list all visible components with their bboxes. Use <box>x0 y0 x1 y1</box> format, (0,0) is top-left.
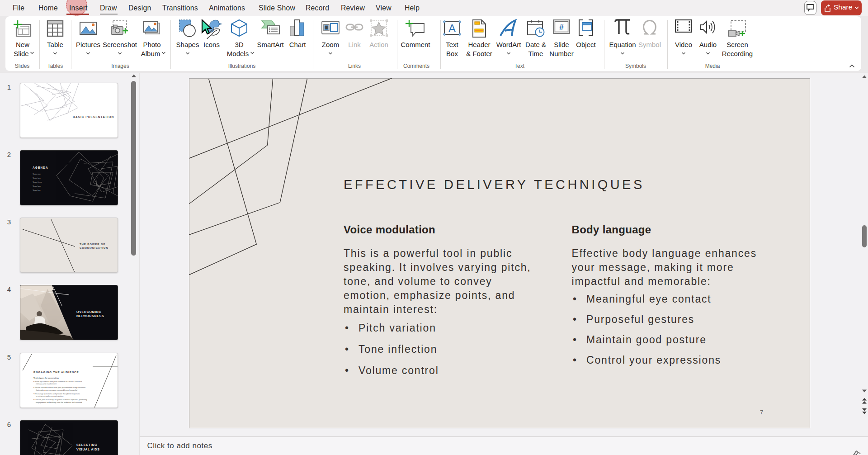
svg-text:SELECTING: SELECTING <box>76 443 97 446</box>
svg-text:• Make eye contact with your: • Make eye contact with your audience to… <box>33 380 82 383</box>
svg-text:engagement and making sure the: engagement and making sure the audience … <box>36 401 82 403</box>
svg-text:Topic five: Topic five <box>33 189 41 191</box>
svg-text:NERVOUSNESS: NERVOUSNESS <box>76 314 104 318</box>
svg-text:AGENDA: AGENDA <box>33 166 48 169</box>
svg-text:Topic four: Topic four <box>33 185 41 187</box>
svg-text:OVERCOMING: OVERCOMING <box>76 310 102 313</box>
svg-text:to enhance audience participat: to enhance audience participation <box>36 395 64 397</box>
svg-text:• Weave valuable stories into: • Weave valuable stories into your prese… <box>33 386 85 389</box>
svg-text:COMMUNICATION: COMMUNICATION <box>80 246 108 249</box>
svg-text:A: A <box>448 22 456 34</box>
svg-text:• Use live polls or surveys t: • Use live polls or surveys to gather au… <box>33 398 87 401</box>
svg-text:#: # <box>559 23 564 32</box>
svg-text:Techniques for connecting: Techniques for connecting <box>33 377 59 379</box>
svg-text:Topic three: Topic three <box>33 181 42 183</box>
svg-text:Topic two: Topic two <box>33 177 41 179</box>
svg-text:VISUAL AIDS: VISUAL AIDS <box>76 448 100 451</box>
svg-text:that make your message memorab: that make your message memorable and imp… <box>36 389 77 391</box>
svg-text:Topic one: Topic one <box>33 173 41 175</box>
svg-text:BASIC PRESENTATION: BASIC PRESENTATION <box>73 115 114 118</box>
svg-text:THE POWER OF: THE POWER OF <box>80 243 105 246</box>
svg-text:ENGAGING THE AUDIENCE: ENGAGING THE AUDIENCE <box>33 370 79 374</box>
svg-text:intimacy and involvement: intimacy and involvement <box>36 383 57 385</box>
svg-text:• Encourage questions and pro: • Encourage questions and provide though… <box>33 393 80 395</box>
